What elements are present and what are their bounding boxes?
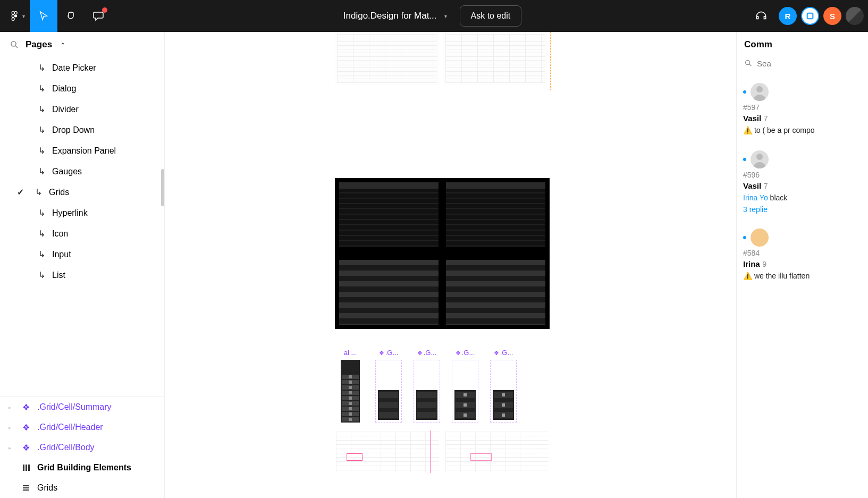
expand-icon: ▸ — [9, 425, 15, 431]
move-tool-button[interactable] — [30, 0, 57, 32]
design-canvas[interactable]: al ... ❖.G... ❖.G... — [165, 32, 736, 498]
assets-list: ▸ ❖ .Grid/Cell/Summary ▸ ❖ .Grid/Cell/He… — [0, 396, 164, 498]
svg-point-14 — [746, 61, 750, 65]
ask-to-edit-button[interactable]: Ask to edit — [460, 5, 522, 27]
search-icon — [744, 58, 753, 68]
page-label: Grids — [49, 188, 69, 197]
svg-rect-10 — [28, 465, 30, 471]
logo-icon — [806, 12, 814, 20]
asset-item-component[interactable]: ▸ ❖ .Grid/Cell/Summary — [0, 397, 164, 417]
avatar — [751, 150, 769, 168]
unread-dot — [743, 236, 746, 239]
selection-box — [347, 453, 363, 461]
page-item[interactable]: ↳Expansion Panel — [0, 140, 164, 161]
asset-item-frame[interactable]: ▸ Grids — [0, 478, 164, 498]
document-title-wrap[interactable]: Indigo.Design for Mat... ▾ — [343, 11, 447, 21]
canvas-component-label: ❖.G... — [379, 349, 399, 357]
page-label: Dialog — [52, 84, 76, 94]
page-item[interactable]: ↳Input — [0, 244, 164, 265]
scrollbar-thumb[interactable] — [161, 169, 164, 206]
avatar[interactable] — [801, 7, 819, 25]
comment-tool-button[interactable] — [85, 0, 113, 32]
person-icon — [751, 150, 769, 168]
page-item[interactable]: ↳Hyperlink — [0, 202, 164, 223]
asset-item-component[interactable]: ▸ ❖ .Grid/Cell/Header — [0, 417, 164, 437]
canvas-grid-dark-cell — [339, 260, 439, 325]
pages-label: Pages — [26, 39, 52, 50]
canvas-component-thumb[interactable]: ❖.G... — [488, 349, 519, 423]
comments-search-input[interactable] — [757, 59, 861, 68]
chevron-down-icon: ▾ — [444, 13, 447, 19]
main-area: Pages ⌃ ↳Date Picker ↳Dialog ↳Divider ↳D… — [0, 32, 868, 498]
asset-item-frame[interactable]: ▸ Grid Building Elements — [0, 458, 164, 478]
page-item[interactable]: ↳List — [0, 265, 164, 285]
hand-tool-button[interactable] — [57, 0, 85, 32]
avatar[interactable]: R — [779, 7, 797, 25]
page-item[interactable]: ↳Icon — [0, 223, 164, 244]
canvas-component-thumb[interactable]: ❖.G... — [411, 349, 442, 423]
page-item-selected[interactable]: ↳ Grids — [0, 182, 164, 202]
comment-author: Irina — [743, 259, 760, 268]
indent-icon: ↳ — [38, 166, 47, 176]
huddle-button[interactable] — [752, 7, 770, 25]
component-icon: ❖ — [21, 423, 31, 432]
svg-point-16 — [756, 86, 763, 92]
canvas-thumb-preview — [414, 360, 440, 423]
pages-list[interactable]: ↳Date Picker ↳Dialog ↳Divider ↳Drop Down… — [0, 57, 164, 396]
canvas-component-label: ❖.G... — [494, 349, 513, 357]
pages-header[interactable]: Pages ⌃ — [0, 32, 164, 57]
page-item[interactable]: ↳Gauges — [0, 161, 164, 182]
figma-menu-button[interactable]: ▾ — [4, 3, 30, 29]
chevron-down-icon: ▾ — [22, 13, 25, 19]
comment-list[interactable]: #597 Vasil 7 ⚠️ to ( be a pr compo #596 … — [737, 75, 868, 498]
chevron-up-icon: ⌃ — [61, 42, 65, 48]
canvas-component-thumb[interactable]: al ... — [335, 349, 366, 423]
indent-icon: ↳ — [38, 125, 47, 135]
comment-body: Irina Yo black — [743, 193, 862, 203]
page-item[interactable]: ↳Date Picker — [0, 57, 164, 78]
canvas-frame-light-grid[interactable] — [335, 32, 547, 85]
page-label: Gauges — [52, 167, 82, 176]
asset-item-component[interactable]: ▸ ❖ .Grid/Cell/Body — [0, 437, 164, 458]
indent-icon: ↳ — [38, 63, 47, 73]
guide-line[interactable] — [550, 32, 551, 90]
canvas-frame-bottom-grid[interactable] — [335, 431, 550, 473]
page-label: Date Picker — [52, 63, 96, 73]
page-item[interactable]: ↳Divider — [0, 99, 164, 120]
canvas-frame-dark-grid[interactable] — [335, 178, 550, 329]
avatar[interactable]: S — [823, 7, 841, 25]
mention[interactable]: Irina Yo — [743, 193, 768, 202]
page-label: Drop Down — [52, 125, 95, 135]
indent-icon: ↳ — [38, 83, 47, 94]
canvas-grid-light-cell — [335, 431, 440, 473]
comments-search[interactable] — [737, 54, 868, 75]
canvas-component-thumb[interactable]: ❖.G... — [373, 349, 404, 423]
canvas-component-label: ❖.G... — [417, 349, 437, 357]
comment-item[interactable]: #597 Vasil 7 ⚠️ to ( be a pr compo — [743, 75, 862, 143]
comment-replies-link[interactable]: 3 replie — [743, 205, 862, 214]
cursor-icon — [38, 10, 49, 22]
figma-logo-icon — [10, 11, 20, 21]
svg-rect-9 — [26, 465, 27, 471]
page-label: Divider — [52, 105, 79, 114]
avatar[interactable] — [846, 7, 864, 25]
canvas-component-thumb[interactable]: ❖.G... — [450, 349, 481, 423]
tool-group — [30, 0, 113, 32]
comment-item[interactable]: #584 Irina 9 ⚠️ we the illu flatten — [743, 221, 862, 289]
avatar — [751, 83, 769, 101]
top-toolbar: ▾ Indigo.Design for Mat... ▾ Ask to edit — [0, 0, 868, 32]
canvas-thumb-preview — [375, 360, 402, 423]
svg-point-0 — [12, 12, 14, 14]
svg-point-17 — [756, 154, 763, 160]
headset-icon — [754, 9, 768, 23]
indent-icon: ↳ — [38, 270, 47, 280]
comment-time: 7 — [764, 114, 768, 123]
document-title: Indigo.Design for Mat... — [343, 11, 437, 21]
page-label: Hyperlink — [52, 208, 88, 218]
collaborator-avatars: R S — [779, 7, 864, 25]
page-item[interactable]: ↳Dialog — [0, 78, 164, 99]
selection-edge — [431, 431, 431, 473]
component-icon: ❖ — [21, 443, 31, 452]
comment-item[interactable]: #596 Vasil 7 Irina Yo black 3 replie — [743, 143, 862, 221]
page-item[interactable]: ↳Drop Down — [0, 120, 164, 140]
